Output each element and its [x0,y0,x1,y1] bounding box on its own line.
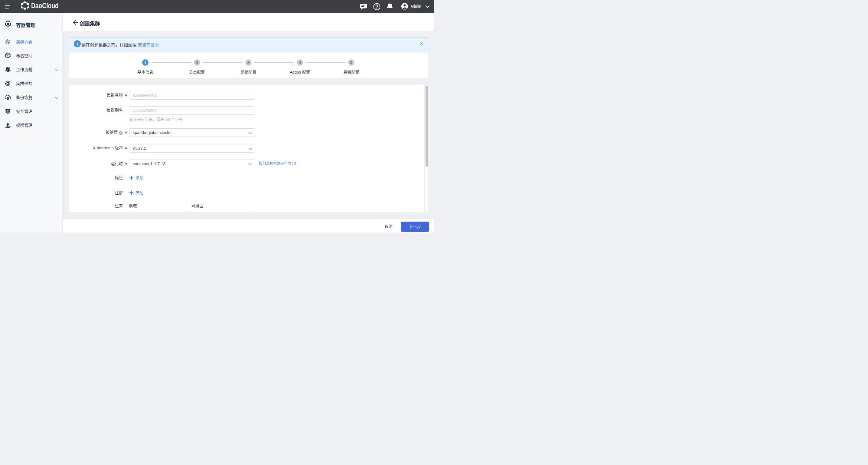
svg-text:?: ? [120,132,122,135]
